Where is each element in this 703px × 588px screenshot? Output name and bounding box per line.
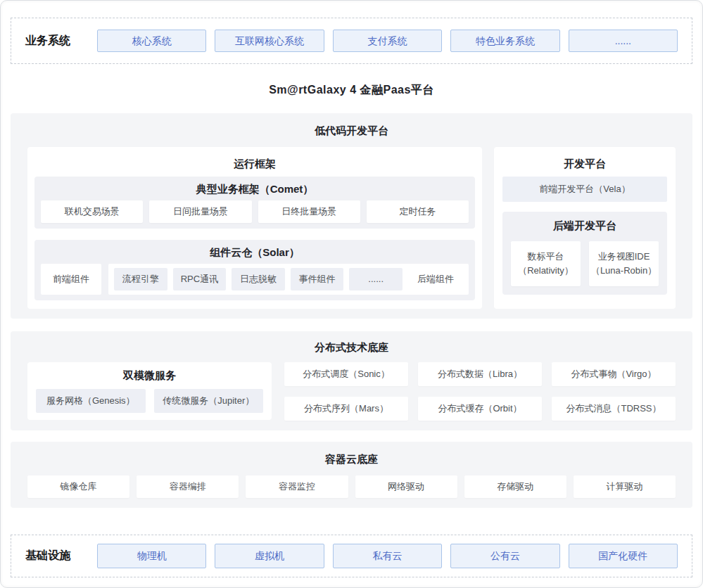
infrastructure-row: 基础设施 物理机 虚拟机 私有云 公有云 国产化硬件 (11, 535, 692, 577)
infrastructure-label: 基础设施 (25, 549, 89, 563)
comet-scenario-chip: 日终批量场景 (258, 200, 360, 223)
lowcode-platform-section: 低代码开发平台 运行框架 典型业务框架（Comet） 联机交易场景 日间批量场景… (11, 113, 692, 319)
solar-backend-label: 后端组件 (408, 273, 463, 286)
solar-component-chip: ...... (349, 268, 403, 290)
runtime-framework-title: 运行框架 (34, 147, 475, 171)
business-system-button: 互联网核心系统 (215, 30, 324, 52)
distributed-base-section: 分布式技术底座 双模微服务 服务网格（Genesis） 传统微服务（Jupite… (11, 331, 692, 430)
architecture-diagram-card: 业务系统 核心系统 互联网核心系统 支付系统 特色业务系统 ...... Sm@… (0, 0, 703, 588)
backend-platform-chip: 业务视图IDE （Luna-Robin） (589, 241, 659, 286)
dev-platform-box: 开发平台 前端开发平台（Vela） 后端开发平台 数标平台 （Relativit… (494, 147, 676, 309)
solar-row: 前端组件 流程引擎 RPC通讯 日志脱敏 (41, 264, 469, 295)
backend-dev-platform-box: 后端开发平台 数标平台 （Relativity） 业务视图IDE （Luna-R… (502, 212, 667, 295)
container-cloud-chip: 存储驱动 (464, 475, 566, 498)
container-cloud-chips: 镜像仓库 容器编排 容器监控 网络驱动 存储驱动 计算驱动 (27, 475, 676, 498)
backend-dev-platform-title: 后端开发平台 (511, 219, 659, 233)
container-cloud-title: 容器云底座 (27, 452, 676, 467)
distributed-service-chip: 分布式消息（TDRSS） (552, 397, 676, 421)
infrastructure-buttons: 物理机 虚拟机 私有云 公有云 国产化硬件 (97, 544, 678, 568)
runtime-framework-box: 运行框架 典型业务框架（Comet） 联机交易场景 日间批量场景 日终批量场景 … (27, 147, 482, 309)
solar-frontend-label: 前端组件 (41, 264, 101, 295)
distributed-service-chip: 分布式数据（Libra） (418, 362, 542, 386)
container-cloud-chip: 容器监控 (246, 475, 348, 498)
dev-platform-title: 开发平台 (502, 147, 667, 171)
dual-mode-chips: 服务网格（Genesis） 传统微服务（Jupiter） (36, 389, 263, 413)
distributed-service-chip: 分布式调度（Sonic） (284, 362, 408, 386)
infrastructure-button: 公有云 (450, 544, 559, 568)
dual-mode-title: 双模微服务 (36, 368, 263, 383)
business-systems-label: 业务系统 (25, 34, 89, 49)
container-cloud-chip: 计算驱动 (574, 475, 676, 498)
dual-mode-chip: 服务网格（Genesis） (36, 389, 146, 413)
business-systems-buttons: 核心系统 互联网核心系统 支付系统 特色业务系统 ...... (97, 30, 678, 52)
solar-component-chip: 事件组件 (291, 268, 344, 290)
distributed-service-chip: 分布式事物（Virgo） (552, 362, 676, 386)
distributed-content: 双模微服务 服务网格（Genesis） 传统微服务（Jupiter） 分布式调度… (27, 362, 676, 421)
lowcode-content: 运行框架 典型业务框架（Comet） 联机交易场景 日间批量场景 日终批量场景 … (27, 147, 676, 309)
infrastructure-button: 私有云 (333, 544, 442, 568)
backend-platform-chips: 数标平台 （Relativity） 业务视图IDE （Luna-Robin） (511, 241, 659, 286)
comet-scenario-chip: 联机交易场景 (41, 200, 143, 223)
container-cloud-chip: 镜像仓库 (27, 475, 129, 498)
comet-framework-box: 典型业务框架（Comet） 联机交易场景 日间批量场景 日终批量场景 定时任务 (34, 177, 475, 229)
backend-platform-name: 业务视图IDE (598, 250, 650, 264)
infrastructure-button: 物理机 (97, 544, 206, 568)
infrastructure-button: 虚拟机 (215, 544, 324, 568)
container-cloud-chip: 网络驱动 (355, 475, 457, 498)
distributed-base-title: 分布式技术底座 (27, 340, 676, 355)
backend-platform-name: 数标平台 (528, 250, 564, 264)
business-systems-row: 业务系统 核心系统 互联网核心系统 支付系统 特色业务系统 ...... (11, 18, 692, 64)
distributed-service-chip: 分布式缓存（Orbit） (418, 397, 542, 421)
backend-platform-code: （Relativity） (518, 264, 574, 278)
solar-component-chip: RPC通讯 (173, 268, 227, 290)
backend-platform-chip: 数标平台 （Relativity） (511, 241, 581, 286)
solar-component-chips: 流程引擎 RPC通讯 日志脱敏 事件组件 ...... (114, 268, 403, 290)
lowcode-platform-title: 低代码开发平台 (27, 123, 676, 139)
container-cloud-chip: 容器编排 (137, 475, 239, 498)
platform-title: Sm@rtGalaxy 4 金融Paas平台 (11, 79, 692, 101)
business-system-button: ...... (569, 30, 678, 52)
distributed-service-grid: 分布式调度（Sonic） 分布式数据（Libra） 分布式事物（Virgo） 分… (284, 362, 676, 421)
infrastructure-button: 国产化硬件 (569, 544, 678, 568)
backend-platform-code: （Luna-Robin） (591, 264, 657, 278)
distributed-service-chip: 分布式序列（Mars） (284, 397, 408, 421)
solar-component-box: 组件云仓（Solar） 前端组件 流程引擎 RPC通讯 日 (34, 240, 475, 300)
solar-component-chip: 日志脱敏 (232, 268, 285, 290)
business-system-button: 核心系统 (97, 30, 206, 52)
frontend-dev-platform-chip: 前端开发平台（Vela） (502, 177, 667, 202)
comet-scenario-chip: 定时任务 (367, 200, 469, 223)
comet-scenario-chip: 日间批量场景 (149, 200, 251, 223)
dual-mode-microservice-box: 双模微服务 服务网格（Genesis） 传统微服务（Jupiter） (27, 362, 272, 420)
container-cloud-section: 容器云底座 镜像仓库 容器编排 容器监控 网络驱动 存储驱动 计算驱动 (11, 442, 692, 508)
comet-scenario-chips: 联机交易场景 日间批量场景 日终批量场景 定时任务 (41, 200, 469, 223)
comet-framework-title: 典型业务框架（Comet） (41, 182, 469, 196)
business-system-button: 特色业务系统 (450, 30, 559, 52)
solar-backend-strip: 流程引擎 RPC通讯 日志脱敏 事件组件 ...... 后 (108, 264, 469, 295)
solar-component-chip: 流程引擎 (114, 268, 167, 290)
dual-mode-chip: 传统微服务（Jupiter） (154, 389, 264, 413)
business-system-button: 支付系统 (333, 30, 442, 52)
solar-component-title: 组件云仓（Solar） (41, 245, 469, 260)
